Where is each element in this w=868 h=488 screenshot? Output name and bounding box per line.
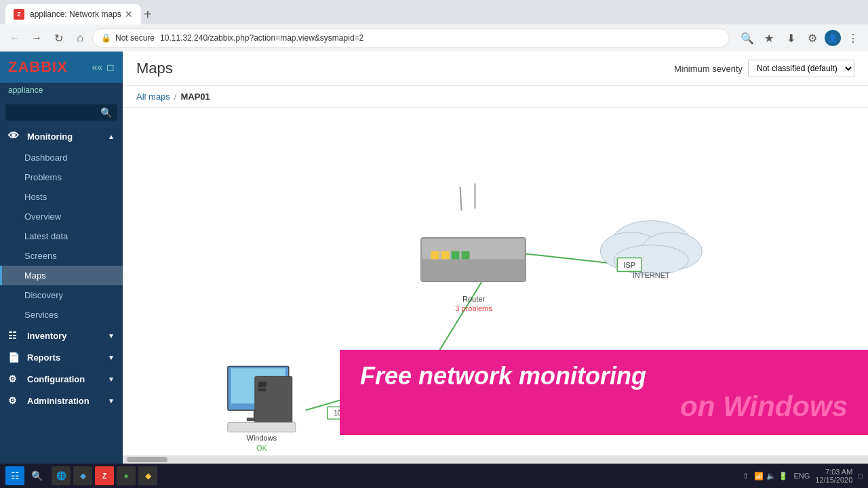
taskbar-search[interactable]: 🔍 <box>27 466 46 485</box>
isp-label: ISP <box>617 258 642 272</box>
sidebar-item-discovery[interactable]: Discovery <box>0 285 123 305</box>
zabbix-logo: ZABBIX <box>8 58 68 76</box>
dashboard-label: Dashboard <box>24 152 68 163</box>
main-content: Maps Minimum severity Not classified (de… <box>123 52 868 464</box>
expand-icon[interactable]: ◻ <box>106 62 115 73</box>
breadcrumb-all-maps[interactable]: All maps <box>136 92 170 102</box>
sidebar-appliance-label: appliance <box>0 83 123 100</box>
scrollbar-thumb[interactable] <box>127 457 167 462</box>
taskbar-icon-3[interactable]: Z <box>95 466 114 485</box>
windows-pc[interactable]: Windows OK <box>228 366 296 452</box>
svg-rect-17 <box>452 251 460 260</box>
search-bar[interactable]: 🔍 <box>5 104 117 121</box>
severity-control: Minimum severity Not classified (default… <box>674 60 854 77</box>
sidebar-item-latest-data[interactable]: Latest data <box>0 226 123 246</box>
taskbar-icons-right: 📶 🔈 🔋 <box>754 472 788 481</box>
sidebar-item-dashboard[interactable]: Dashboard <box>0 148 123 167</box>
overview-label: Overview <box>24 211 61 222</box>
svg-text:Switch: Switch <box>420 396 441 405</box>
map-canvas: INTERNET ISP <box>123 108 868 455</box>
taskbar-icon-1[interactable]: 🌐 <box>52 466 71 485</box>
sidebar-item-services[interactable]: Services <box>0 305 123 325</box>
svg-text:OK: OK <box>256 444 268 452</box>
svg-rect-16 <box>441 251 450 260</box>
sidebar-item-hosts[interactable]: Hosts <box>0 187 123 207</box>
svg-line-11 <box>460 187 462 211</box>
severity-label: Minimum severity <box>674 64 743 74</box>
svg-text:3 problems: 3 problems <box>455 304 492 312</box>
new-tab-button[interactable]: + <box>144 7 152 21</box>
taskbar-lang: ENG <box>793 472 810 480</box>
refresh-button[interactable]: ↻ <box>49 28 68 47</box>
taskbar-icon-2[interactable]: ◆ <box>73 466 92 485</box>
configuration-arrow-icon: ▼ <box>108 375 115 383</box>
svg-text:Router: Router <box>462 295 485 303</box>
taskbar-icon-4[interactable]: ● <box>117 466 136 485</box>
taskbar-icon-5[interactable]: ◆ <box>138 466 157 485</box>
services-label: Services <box>24 310 58 320</box>
menu-button[interactable]: ⋮ <box>844 28 863 47</box>
administration-section-header[interactable]: ⚙ Administration ▼ <box>0 390 123 411</box>
sidebar-logo: ZABBIX «« ◻ <box>0 52 123 83</box>
svg-text:INTERNET: INTERNET <box>633 272 670 280</box>
reports-section-header[interactable]: 📄 Reports ▼ <box>0 346 123 368</box>
svg-rect-26 <box>396 370 401 374</box>
svg-rect-25 <box>389 370 395 374</box>
taskbar-time: 7:03 AM12/15/2020 <box>815 468 852 484</box>
address-bar[interactable]: 🔒 Not secure 10.11.32.240/zabbix.php?act… <box>92 28 730 47</box>
top-bar: Maps Minimum severity Not classified (de… <box>123 52 868 86</box>
hosts-label: Hosts <box>24 192 47 202</box>
taskbar-notification[interactable]: □ <box>858 472 863 480</box>
extensions-button[interactable]: ⚙ <box>803 28 822 47</box>
sidebar-item-problems[interactable]: Problems <box>0 167 123 187</box>
link-100mbps: 100Mbps <box>328 407 368 419</box>
svg-text:1000Mbps: 1000Mbps <box>411 353 443 361</box>
switch-device[interactable]: Switch <box>384 363 479 405</box>
sidebar-item-maps[interactable]: Maps <box>0 266 123 285</box>
inventory-section-header[interactable]: ☷ Inventory ▼ <box>0 325 123 346</box>
inventory-arrow-icon: ▼ <box>108 332 115 340</box>
sidebar-item-screens[interactable]: Screens <box>0 246 123 266</box>
monitoring-label: Monitoring <box>27 131 108 142</box>
home-button[interactable]: ⌂ <box>71 28 90 47</box>
severity-select[interactable]: Not classified (default) <box>748 60 854 77</box>
taskbar-up-arrow[interactable]: ⇧ <box>743 472 749 481</box>
search-icon[interactable]: 🔍 <box>100 107 112 118</box>
administration-label: Administration <box>27 396 108 406</box>
back-button[interactable]: ← <box>5 28 24 47</box>
active-tab[interactable]: Z appliance: Network maps ✕ <box>5 4 141 24</box>
router-device[interactable]: Router 3 problems <box>421 184 526 313</box>
tab-close-button[interactable]: ✕ <box>125 9 133 20</box>
profile-button[interactable]: 👤 <box>825 30 841 46</box>
svg-rect-27 <box>403 370 408 374</box>
url-text: 10.11.32.240/zabbix.php?action=map.view&… <box>160 33 363 43</box>
map-scrollbar[interactable] <box>123 455 868 464</box>
bookmark-button[interactable]: ★ <box>760 28 778 47</box>
svg-rect-38 <box>258 382 267 387</box>
search-input[interactable] <box>11 108 100 117</box>
svg-text:ISP: ISP <box>623 261 635 269</box>
discovery-label: Discovery <box>24 290 63 300</box>
monitoring-section-header[interactable]: 👁 Monitoring ▲ <box>0 125 123 148</box>
search-button[interactable]: 🔍 <box>738 28 757 47</box>
forward-button[interactable]: → <box>27 28 46 47</box>
collapse-icon[interactable]: «« <box>92 62 102 73</box>
breadcrumb: All maps / MAP01 <box>123 86 868 108</box>
administration-arrow-icon: ▼ <box>108 397 115 405</box>
configuration-section-header[interactable]: ⚙ Configuration ▼ <box>0 368 123 390</box>
taskbar-right: ⇧ 📶 🔈 🔋 ENG 7:03 AM12/15/2020 □ <box>743 468 863 484</box>
latest-data-label: Latest data <box>24 231 68 241</box>
svg-rect-18 <box>462 251 470 260</box>
svg-rect-15 <box>431 251 439 260</box>
taskbar-icon-net: 📶 <box>754 472 764 481</box>
sidebar-item-overview[interactable]: Overview <box>0 207 123 226</box>
not-secure-label: Not secure <box>115 33 155 43</box>
svg-text:Windows: Windows <box>247 434 277 442</box>
page-title: Maps <box>136 60 173 77</box>
download-button[interactable]: ⬇ <box>781 28 800 47</box>
app-area: ZABBIX «« ◻ appliance 🔍 👁 Monitoring ▲ D… <box>0 52 868 464</box>
svg-rect-40 <box>228 422 296 432</box>
tab-favicon: Z <box>14 9 24 20</box>
taskbar: ☷ 🔍 🌐 ◆ Z ● ◆ ⇧ 📶 🔈 🔋 ENG 7:03 AM12/15/2… <box>0 464 868 488</box>
start-button[interactable]: ☷ <box>5 466 24 485</box>
